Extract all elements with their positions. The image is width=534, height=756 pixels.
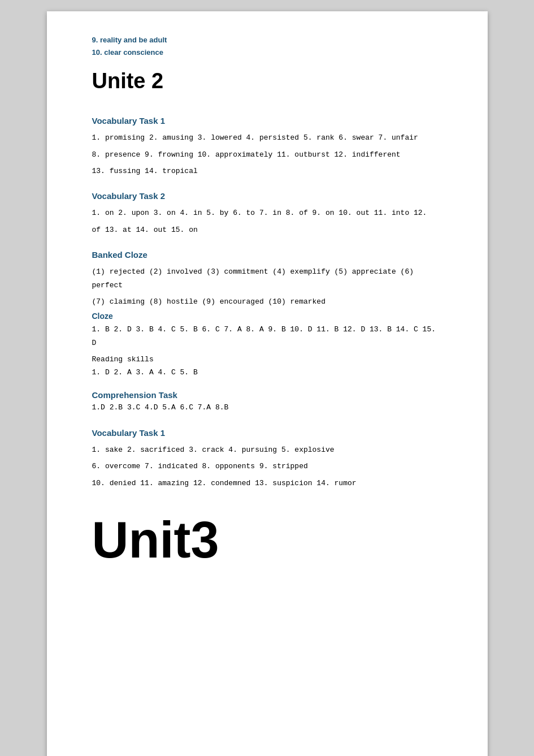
vocab-task-2-line-1: 1. on 2. upon 3. on 4. in 5. by 6. to 7.… xyxy=(92,206,442,219)
top-item-10: 10. clear conscience xyxy=(92,46,442,59)
reading-skills-answers: 1. D 2. A 3. A 4. C 5. B xyxy=(92,366,442,379)
banked-cloze-line-1: (1) rejected (2) involved (3) commitment… xyxy=(92,265,442,292)
vocab-task-1-line-1: 1. promising 2. amusing 3. lowered 4. pe… xyxy=(92,131,442,144)
page: 9. reality and be adult 10. clear consci… xyxy=(47,11,488,756)
vocab-task1-unit2-line-1: 1. sake 2. sacrificed 3. crack 4. pursui… xyxy=(92,443,442,456)
vocab-task-1-line-2: 8. presence 9. frowning 10. approximatel… xyxy=(92,148,442,161)
comprehension-task-title: Comprehension Task xyxy=(92,390,442,400)
reading-skills-label: Reading skills xyxy=(92,355,442,364)
cloze-answers: 1. B 2. D 3. B 4. C 5. B 6. C 7. A 8. A … xyxy=(92,323,442,349)
vocab-task1-unit2-line-2: 6. overcome 7. indicated 8. opponents 9.… xyxy=(92,460,442,473)
vocab-task1-unit2-line-3: 10. denied 11. amazing 12. condemned 13.… xyxy=(92,477,442,490)
vocab-task-2-title: Vocabulary Task 2 xyxy=(92,191,442,201)
vocab-task-1-title: Vocabulary Task 1 xyxy=(92,116,442,126)
vocab-task-1-line-3: 13. fussing 14. tropical xyxy=(92,165,442,178)
vocab-task1-unit2-title: Vocabulary Task 1 xyxy=(92,428,442,438)
banked-cloze-title: Banked Cloze xyxy=(92,250,442,260)
top-items: 9. reality and be adult 10. clear consci… xyxy=(92,34,442,59)
unit3-title: Unit3 xyxy=(92,512,442,568)
vocab-task-2-line-2: of 13. at 14. out 15. on xyxy=(92,223,442,236)
banked-cloze-line-2: (7) claiming (8) hostile (9) encouraged … xyxy=(92,295,442,308)
unit2-title: Unite 2 xyxy=(92,69,442,93)
cloze-title: Cloze xyxy=(92,312,442,321)
comprehension-task-answers: 1.D 2.B 3.C 4.D 5.A 6.C 7.A 8.B xyxy=(92,401,442,414)
top-item-9: 9. reality and be adult xyxy=(92,34,442,46)
